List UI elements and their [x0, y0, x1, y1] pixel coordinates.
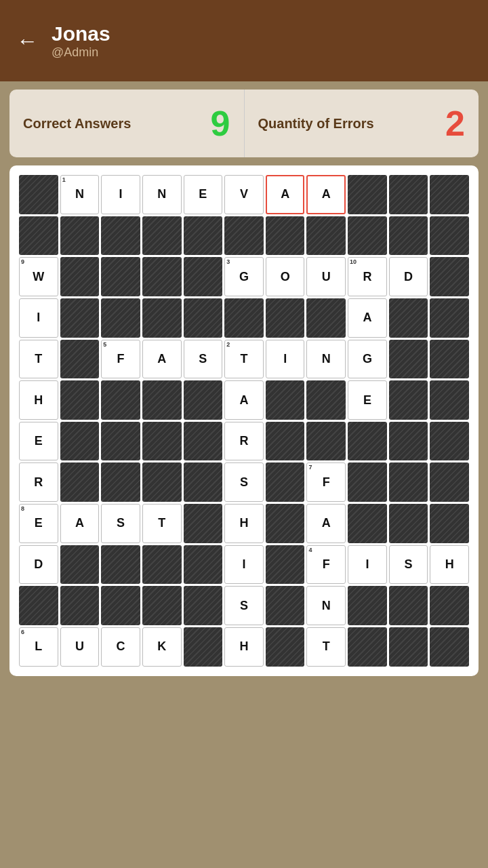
cell-r2-c7[interactable]: U [306, 257, 346, 296]
cell-r0-c2[interactable]: I [101, 175, 140, 214]
cell-r6-c4 [184, 422, 223, 461]
cell-r6-c5[interactable]: R [224, 422, 264, 461]
cell-r2-c5[interactable]: 3G [224, 257, 264, 296]
cell-r5-c8[interactable]: E [348, 380, 387, 420]
cell-number-r4-c2: 5 [103, 341, 106, 348]
cell-r2-c0[interactable]: 9W [19, 257, 58, 296]
cell-number-r2-c0: 9 [21, 258, 24, 265]
cell-r6-c0[interactable]: E [19, 422, 58, 461]
cell-r5-c0[interactable]: H [19, 380, 58, 420]
cell-r4-c2[interactable]: 5F [101, 340, 140, 379]
stats-bar: Correct Answers 9 Quantity of Errors 2 [9, 90, 479, 157]
cell-r9-c7[interactable]: 4F [306, 545, 346, 585]
cell-r1-c9 [389, 216, 428, 256]
errors-stat: Quantity of Errors 2 [245, 90, 479, 157]
cell-r9-c10[interactable]: H [430, 545, 469, 585]
cell-letter-r0-c1: N [75, 187, 84, 201]
cell-r3-c2 [101, 298, 140, 338]
correct-answers-value: 9 [211, 103, 230, 144]
cell-r6-c9 [389, 422, 428, 461]
cell-r8-c2[interactable]: S [101, 504, 140, 543]
cell-r4-c4[interactable]: S [184, 340, 223, 379]
cell-r7-c1 [60, 462, 100, 502]
cell-r11-c5[interactable]: H [224, 627, 264, 667]
cell-r1-c10 [430, 216, 469, 256]
cell-letter-r0-c7: A [322, 187, 331, 201]
cell-r9-c4 [184, 545, 223, 585]
cell-r11-c10 [430, 627, 469, 667]
cell-r11-c3[interactable]: K [142, 627, 182, 667]
cell-r9-c9[interactable]: S [389, 545, 428, 585]
cell-r2-c9[interactable]: D [389, 257, 428, 296]
header: ← Jonas @Admin [0, 0, 488, 81]
cell-r0-c1[interactable]: 1N [60, 175, 100, 214]
cell-number-r11-c0: 6 [21, 629, 24, 635]
cell-r9-c0[interactable]: D [19, 545, 58, 585]
cell-r3-c0[interactable]: I [19, 298, 58, 338]
cell-letter-r2-c0: W [33, 270, 44, 284]
cell-r4-c0[interactable]: T [19, 340, 58, 379]
cell-r3-c7 [306, 298, 346, 338]
cell-r11-c1[interactable]: U [60, 627, 100, 667]
cell-r4-c7[interactable]: N [306, 340, 346, 379]
cell-r1-c8 [348, 216, 387, 256]
correct-answers-label: Correct Answers [23, 115, 131, 132]
cell-r11-c2[interactable]: C [101, 627, 140, 667]
cell-r8-c3[interactable]: T [142, 504, 182, 543]
cell-r7-c7[interactable]: 7F [306, 462, 346, 502]
cell-r4-c6[interactable]: I [266, 340, 305, 379]
cell-r2-c3 [142, 257, 182, 296]
cell-r4-c8[interactable]: G [348, 340, 387, 379]
cell-r11-c9 [389, 627, 428, 667]
cell-r11-c7[interactable]: T [306, 627, 346, 667]
cell-r8-c7[interactable]: A [306, 504, 346, 543]
cell-r3-c6 [266, 298, 305, 338]
cell-letter-r7-c0: R [34, 475, 43, 490]
cell-r8-c0[interactable]: 8E [19, 504, 58, 543]
cell-r8-c5[interactable]: H [224, 504, 264, 543]
cell-r7-c0[interactable]: R [19, 462, 58, 502]
cell-r8-c1[interactable]: A [60, 504, 100, 543]
cell-r4-c3[interactable]: A [142, 340, 182, 379]
cell-letter-r5-c0: H [34, 393, 43, 408]
cell-r0-c5[interactable]: V [224, 175, 264, 214]
cell-r9-c5[interactable]: I [224, 545, 264, 585]
cell-r5-c5[interactable]: A [224, 380, 264, 420]
cell-r7-c5[interactable]: S [224, 462, 264, 502]
cell-r1-c0 [19, 216, 58, 256]
cell-number-r2-c5: 3 [226, 258, 230, 265]
cell-r0-c6[interactable]: A [266, 175, 305, 214]
cell-r8-c6 [266, 504, 305, 543]
cell-r2-c6[interactable]: O [266, 257, 305, 296]
cell-letter-r4-c0: T [35, 352, 42, 366]
cell-letter-r4-c7: N [322, 352, 331, 366]
back-button[interactable]: ← [16, 28, 38, 54]
cell-r0-c4[interactable]: E [184, 175, 223, 214]
cell-letter-r4-c6: I [283, 352, 287, 366]
cell-letter-r8-c7: A [322, 516, 331, 530]
cell-r3-c8[interactable]: A [348, 298, 387, 338]
crossword-grid: 1NINEVAA9W3GOU10RDIAT5FAS2TINGHAEERRS7F8… [19, 175, 469, 667]
cell-letter-r4-c4: S [199, 352, 207, 366]
cell-letter-r8-c1: A [75, 516, 84, 530]
cell-r11-c6 [266, 627, 305, 667]
cell-letter-r9-c5: I [242, 557, 245, 572]
cell-r5-c3 [142, 380, 182, 420]
cell-r1-c7 [306, 216, 346, 256]
cell-r6-c10 [430, 422, 469, 461]
cell-r6-c6 [266, 422, 305, 461]
cell-r0-c3[interactable]: N [142, 175, 182, 214]
cell-r1-c1 [60, 216, 100, 256]
cell-r9-c8[interactable]: I [348, 545, 387, 585]
cell-letter-r0-c4: E [199, 187, 207, 201]
cell-r11-c0[interactable]: 6L [19, 627, 58, 667]
cell-r11-c4 [184, 627, 223, 667]
cell-r8-c4 [184, 504, 223, 543]
cell-r4-c5[interactable]: 2T [224, 340, 264, 379]
cell-letter-r8-c3: T [158, 516, 165, 530]
cell-r10-c5[interactable]: S [224, 586, 264, 625]
cell-r2-c8[interactable]: 10R [348, 257, 387, 296]
cell-r8-c9 [389, 504, 428, 543]
cell-r10-c7[interactable]: N [306, 586, 346, 625]
cell-r0-c7[interactable]: A [306, 175, 346, 214]
